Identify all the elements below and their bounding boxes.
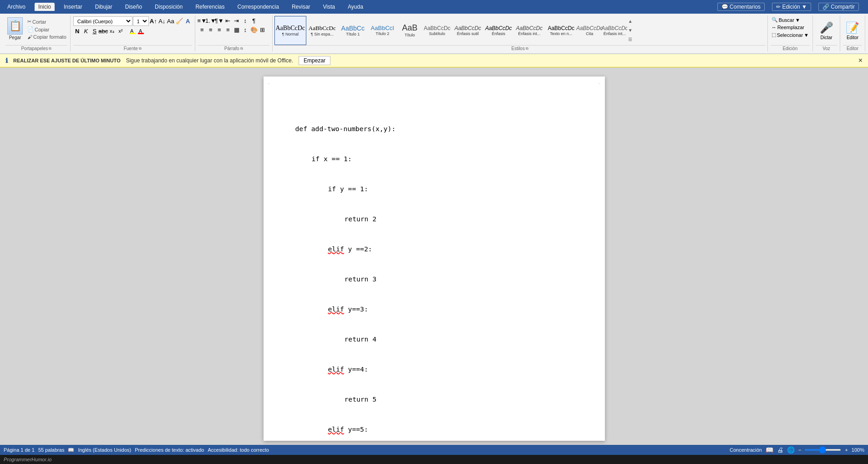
font-row-2: N K S abc x₂ x² A A	[73, 27, 192, 35]
page: ⌐ ¬ def add-two-numbers(x,y): if x == 1:…	[264, 76, 605, 441]
select-button[interactable]: ⬚ Seleccionar ▼	[771, 31, 810, 38]
copy-button[interactable]: 📄 Copiar	[26, 26, 67, 33]
spelling-icon[interactable]: 📖	[68, 447, 74, 453]
style-titulo2[interactable]: AaBbCcI Título 2	[368, 16, 397, 45]
font-color-btn[interactable]: A	[137, 27, 145, 35]
zoom-slider[interactable]	[805, 449, 841, 451]
subscript-btn[interactable]: x₂	[108, 27, 116, 35]
multilevel-btn[interactable]: ¶▼	[215, 16, 223, 25]
style-sinespacio[interactable]: AaBbCcDc ¶ Sin espa...	[306, 16, 338, 45]
info-normal-text: Sigue trabajando en cualquier lugar con …	[126, 57, 293, 64]
clipboard-group: 📋 Pegar ✂ Cortar 📄 Copiar 🖌 Copiar forma…	[3, 15, 71, 51]
menu-tab-ayuda[interactable]: Ayuda	[344, 3, 367, 11]
edition-button[interactable]: ✏ Edición ▼	[772, 3, 811, 11]
clipboard-expand-icon[interactable]: ⧉	[49, 46, 51, 51]
paragraph-expand-icon[interactable]: ⧉	[240, 46, 243, 51]
info-bar: ℹ REALIZAR ESE AJUSTE DE ÚLTIMO MINUTO S…	[0, 54, 868, 67]
cut-button[interactable]: ✂ Cortar	[26, 18, 67, 25]
empezar-button[interactable]: Empezar	[299, 56, 330, 65]
paste-button[interactable]: 📋 Pegar	[5, 16, 25, 41]
editor-button[interactable]: 📝 Editor	[846, 21, 859, 40]
style-enfatsissutil[interactable]: AaBbCcDc Énfasis sutil	[452, 16, 484, 45]
editing-group: 🔍 Buscar ▼ ↔ Reemplazar ⬚ Seleccionar ▼ …	[768, 15, 813, 51]
menu-tab-dibujar[interactable]: Dibujar	[91, 3, 116, 11]
replace-button[interactable]: ↔ Reemplazar	[771, 24, 805, 31]
share-button[interactable]: 🔗 Compartir	[818, 3, 859, 11]
doc-area[interactable]: ⌐ ¬ def add-two-numbers(x,y): if x == 1:…	[0, 67, 868, 445]
voice-label: Voz	[822, 46, 830, 51]
menu-tab-referencias[interactable]: Referencias	[192, 3, 228, 11]
font-name-select[interactable]: Calibri (Cuerpo)	[73, 16, 132, 26]
menu-tab-diseno[interactable]: Diseño	[122, 3, 146, 11]
style-normal[interactable]: AaBbCcDc ¶ Normal	[274, 16, 306, 45]
styles-scroll: ▲ ▼ ☰	[627, 16, 634, 45]
align-justify-btn[interactable]: ≡	[224, 25, 232, 34]
clipboard-label: Portapapeles	[21, 46, 48, 51]
style-enfatisint[interactable]: AaBbCcDc Énfasis int...	[513, 16, 545, 45]
styles-scroll-down[interactable]: ▼	[628, 28, 633, 33]
font-size-select[interactable]: 11	[133, 16, 149, 26]
menu-tab-insertar[interactable]: Insertar	[60, 3, 86, 11]
format-copy-button[interactable]: 🖌 Copiar formato	[26, 34, 67, 40]
styles-scroll-up[interactable]: ▲	[628, 19, 633, 24]
dictate-button[interactable]: 🎤 Dictar	[820, 21, 833, 40]
text-effects-btn[interactable]: A	[184, 17, 192, 25]
increase-indent-btn[interactable]: ⇥	[233, 16, 241, 25]
accessibility[interactable]: Accesibilidad: todo correcto	[208, 447, 269, 453]
style-textoenn[interactable]: AaBbCcDc Texto en n...	[545, 16, 577, 45]
sort-btn[interactable]: ↕	[241, 16, 249, 25]
italic-btn[interactable]: K	[82, 27, 90, 35]
zoom-in-btn[interactable]: +	[845, 447, 848, 453]
print-layout-btn[interactable]: 🖨	[777, 446, 783, 454]
style-titulo[interactable]: AaB Título	[397, 16, 422, 45]
show-marks-btn[interactable]: ¶	[250, 16, 258, 25]
font-increase-btn[interactable]: A↑	[149, 17, 157, 25]
strikethrough-btn[interactable]: abc	[99, 27, 107, 35]
font-expand-icon[interactable]: ⧉	[139, 46, 142, 51]
align-center-btn[interactable]: ≡	[207, 25, 215, 34]
code-line-3: return 2	[295, 214, 573, 224]
decrease-indent-btn[interactable]: ⇤	[224, 16, 232, 25]
zoom-out-btn[interactable]: −	[798, 447, 801, 453]
style-more[interactable]: AaBbCcDc Énfasis int...	[602, 16, 627, 45]
line-spacing-btn[interactable]: ↕	[241, 25, 249, 34]
columns-btn[interactable]: ▦	[233, 25, 241, 34]
page-content[interactable]: def add-two-numbers(x,y): if x == 1: if …	[295, 104, 573, 445]
styles-expand-icon[interactable]: ⧉	[526, 46, 528, 51]
menu-tab-revisar[interactable]: Revisar	[288, 3, 314, 11]
styles-expand[interactable]: ☰	[628, 37, 632, 42]
para-row-1: ≡▼ 1.▼ ¶▼ ⇤ ⇥ ↕ ¶	[198, 16, 269, 25]
borders-btn[interactable]: ⊞	[259, 25, 267, 34]
font-decrease-btn[interactable]: A↓	[158, 17, 166, 25]
comments-button[interactable]: 💬 Comentarios	[717, 3, 765, 11]
info-close-button[interactable]: ×	[858, 56, 863, 65]
search-button[interactable]: 🔍 Buscar ▼	[771, 16, 801, 23]
style-titulo1[interactable]: AaBbCc Título 1	[338, 16, 368, 45]
style-enfasis[interactable]: AaBbCcDc Énfasis	[484, 16, 513, 45]
font-label: Fuente	[124, 46, 138, 51]
align-right-btn[interactable]: ≡	[215, 25, 223, 34]
superscript-btn[interactable]: x²	[117, 27, 125, 35]
bold-btn[interactable]: N	[73, 27, 81, 35]
code-line-9: return 5	[295, 394, 573, 404]
style-subtitulo[interactable]: AaBbCcDc Subtítulo	[422, 16, 452, 45]
style-cita[interactable]: AaBbCcDc Cita	[577, 16, 602, 45]
menu-tab-vista[interactable]: Vista	[320, 3, 339, 11]
text-highlight-btn[interactable]: A	[128, 27, 136, 35]
menu-bar: Archivo Inicio Insertar Dibujar Diseño D…	[0, 0, 868, 14]
underline-btn[interactable]: S	[91, 27, 99, 35]
watermark-bar: ProgrammerHumor.io	[0, 455, 868, 464]
menu-tab-correspondencia[interactable]: Correspondencia	[233, 3, 282, 11]
menu-tab-inicio[interactable]: Inicio	[35, 3, 55, 11]
menu-tab-archivo[interactable]: Archivo	[4, 3, 29, 11]
numbering-btn[interactable]: 1.▼	[207, 16, 215, 25]
menu-tab-disposicion[interactable]: Disposición	[151, 3, 186, 11]
read-mode-btn[interactable]: 📖	[766, 446, 773, 454]
change-case-btn[interactable]: Aa	[167, 17, 175, 25]
align-left-btn[interactable]: ≡	[198, 25, 206, 34]
clear-format-btn[interactable]: 🧹	[175, 17, 183, 25]
concentration-label[interactable]: Concentración	[730, 447, 762, 453]
language[interactable]: Inglés (Estados Unidos)	[78, 447, 131, 453]
shading-btn[interactable]: 🎨	[250, 25, 258, 34]
web-layout-btn[interactable]: 🌐	[787, 446, 795, 454]
